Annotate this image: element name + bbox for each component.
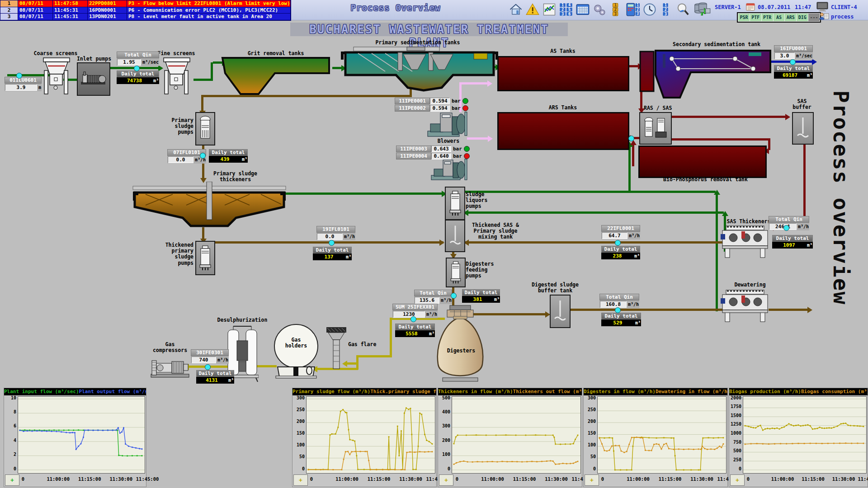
chart-legend[interactable]: +: [293, 474, 308, 486]
tag-primary-sludge-daily[interactable]: Daily total 439m³: [209, 149, 248, 163]
tag-buffer-qin[interactable]: Total Qin 160.8m³/h: [599, 294, 639, 308]
primary-thickener-graphic[interactable]: [132, 182, 287, 230]
chart-header: Thickeners in flow (m³/h)Thickeners out …: [438, 388, 582, 395]
tag-value: 137: [313, 254, 344, 260]
tag-outfall-daily[interactable]: Daily total 69187m³: [774, 65, 813, 79]
trend-chart-digesters[interactable]: Digesters in flow (m³/h)Dewatering in fl…: [583, 388, 728, 487]
tag-thickener-out-daily[interactable]: Daily total 137m³: [313, 247, 352, 260]
secondary-sedimentation-graphic[interactable]: [637, 48, 774, 101]
status-dig[interactable]: DIG: [797, 14, 808, 21]
alarm-row[interactable]: 3 08/07/11 11:45:31 13PDN0201 P8 - Level…: [0, 14, 291, 20]
chart-plot[interactable]: [18, 396, 145, 474]
thickened-primary-sludge-pumps-unit[interactable]: [195, 241, 215, 275]
alarms-icon[interactable]: [526, 3, 539, 16]
sas-thickener-graphic[interactable]: [720, 224, 770, 259]
tag-gas-daily[interactable]: Daily total 4131m³: [196, 370, 234, 384]
blower-graphic[interactable]: [430, 158, 470, 182]
tag-inlet-level[interactable]: 01ILU0601 3.9m: [5, 77, 42, 91]
digested-sludge-buffer-tank-unit[interactable]: [550, 295, 571, 328]
inlet-pumps-unit[interactable]: [77, 62, 110, 96]
bio-phosphorus-tank[interactable]: [638, 145, 767, 178]
coarse-screen-graphic[interactable]: [39, 57, 73, 96]
trend-chart-primary-sludge[interactable]: Primary sludge flow (m³/h)Thick.primary …: [292, 388, 437, 487]
tag-unit: m³/h: [216, 357, 228, 362]
chart-legend[interactable]: +: [5, 474, 19, 486]
trends-icon[interactable]: [542, 3, 556, 16]
chart-legend[interactable]: +: [585, 474, 599, 486]
server-icon: [697, 2, 711, 15]
mixing-tank-unit[interactable]: [445, 220, 465, 252]
tag-header: Daily total: [462, 289, 500, 296]
pipe-filtrate: [716, 193, 718, 311]
pipe-thickened-sas: [463, 241, 723, 244]
settings-gear-icon[interactable]: [593, 3, 606, 16]
zoom-out-icon[interactable]: [676, 3, 690, 16]
chart-legend[interactable]: +: [730, 474, 745, 486]
sludge-liquors-pumps-unit[interactable]: [445, 187, 465, 220]
status-psr[interactable]: PSR: [738, 14, 750, 21]
status-off[interactable]: ---: [808, 14, 820, 21]
tag-air-pressure-4[interactable]: 11IPE00040.640bar: [396, 153, 470, 160]
pages-1-2-3-icon[interactable]: 123: [609, 3, 623, 16]
clock-icon[interactable]: [643, 3, 656, 16]
ars-tanks[interactable]: [497, 112, 629, 150]
label-mixing-tank: Thickened SAS & Primary sludge mixing ta…: [464, 222, 527, 240]
tag-sas-daily[interactable]: Daily total 238m³: [601, 246, 640, 259]
digester-graphic[interactable]: [432, 305, 489, 387]
tag-air-pressure-3[interactable]: 11IPE00030.643bar: [396, 145, 470, 152]
tag-thickener-out-flow[interactable]: 19IFL0101 0.0m³/h: [316, 226, 355, 240]
tag-biogas-sum[interactable]: SUM 25IFEXX01 1230m³/h: [392, 304, 438, 318]
primary-sludge-pumps-unit[interactable]: [195, 112, 215, 145]
trend-chart-biogas[interactable]: Biogas production (m³/h)Biogas consumpti…: [729, 388, 868, 487]
tag-air-pressure-1[interactable]: 11IPE00010.594bar: [395, 98, 468, 104]
tag-air-pressure-2[interactable]: 11IPE00020.594bar: [395, 105, 468, 112]
primary-sedimentation-graphic[interactable]: [340, 46, 499, 96]
blower-graphic[interactable]: [427, 110, 469, 139]
dewatering-graphic[interactable]: [720, 288, 770, 324]
server-name: SERVER-1: [715, 4, 741, 10]
alarm-date: 08/07/11: [18, 14, 53, 20]
calculator-icon[interactable]: 123: [626, 3, 640, 16]
tag-digester-daily[interactable]: Daily total 381m³: [462, 289, 500, 303]
ras-sas-pump-station[interactable]: [639, 112, 672, 145]
pipe-primary-sludge: [201, 97, 203, 112]
status-ars[interactable]: ARS: [785, 14, 796, 21]
pipe-sas: [669, 116, 787, 118]
gas-holder-graphic[interactable]: [274, 323, 318, 379]
pipe-influent: [193, 79, 212, 81]
trend-chart-thickeners[interactable]: Thickeners in flow (m³/h)Thickeners out …: [438, 388, 582, 487]
status-ptr[interactable]: PTR: [762, 14, 773, 21]
views-1-2-3-icon[interactable]: 123: [660, 3, 673, 16]
tag-outfall-flow[interactable]: 16IFU0001 3.0m³/sec: [774, 45, 813, 60]
chart-legend[interactable]: +: [439, 474, 453, 486]
chart-plot[interactable]: [597, 396, 726, 474]
tag-id: 30IFE0301: [191, 349, 229, 356]
tag-sas-flow[interactable]: 22IFL0001 64.7m³/h: [601, 225, 640, 239]
fine-screen-graphic[interactable]: [159, 57, 193, 96]
alarm-row[interactable]: 2 08/07/11 11:45:31 16PDN0001 P6 - Comun…: [0, 7, 291, 14]
status-as[interactable]: AS: [774, 14, 785, 21]
as-tanks[interactable]: [497, 56, 629, 91]
sas-buffer-tank[interactable]: [792, 112, 814, 145]
tag-biogas-daily[interactable]: Daily total 5558m³: [395, 324, 435, 337]
tag-digester-qin[interactable]: Total Qin 135.6m³/h: [414, 290, 452, 304]
report-table-icon[interactable]: [576, 3, 590, 16]
digesters-feeding-pumps-unit[interactable]: [446, 258, 466, 287]
status-ptf[interactable]: PTF: [750, 14, 761, 21]
tag-inlet-total-qin[interactable]: Total Qin 1.95m³/sec: [117, 52, 159, 66]
tag-buffer-daily[interactable]: Daily total 529m³: [601, 313, 641, 326]
chart-plot[interactable]: [306, 396, 435, 474]
chart-x-axis: 011:00:0011:15:0011:30:0011:45:00: [745, 474, 868, 487]
gas-compressor-graphic[interactable]: [150, 354, 190, 379]
screens-1-6-icon[interactable]: 142536: [559, 3, 573, 16]
trend-chart-plant-flow[interactable]: Plant input flow (m³/sec)Plant output fl…: [4, 388, 146, 487]
gas-flare-graphic[interactable]: [326, 326, 347, 371]
alarm-row[interactable]: 1 08/07/11 11:47:58 22PPD0801 P3 - Flow …: [0, 0, 291, 7]
grit-removal-graphic[interactable]: [221, 56, 331, 97]
tag-gas-flow[interactable]: 30IFE0301 740m³/h: [191, 349, 229, 364]
tag-inlet-daily-total[interactable]: Daily total 74738m³: [117, 70, 159, 84]
chart-plot[interactable]: [452, 396, 581, 474]
chart-plot[interactable]: [743, 396, 867, 474]
tag-sas-thickener-daily[interactable]: Daily total 1097m³: [772, 235, 813, 249]
home-icon[interactable]: [509, 3, 523, 16]
